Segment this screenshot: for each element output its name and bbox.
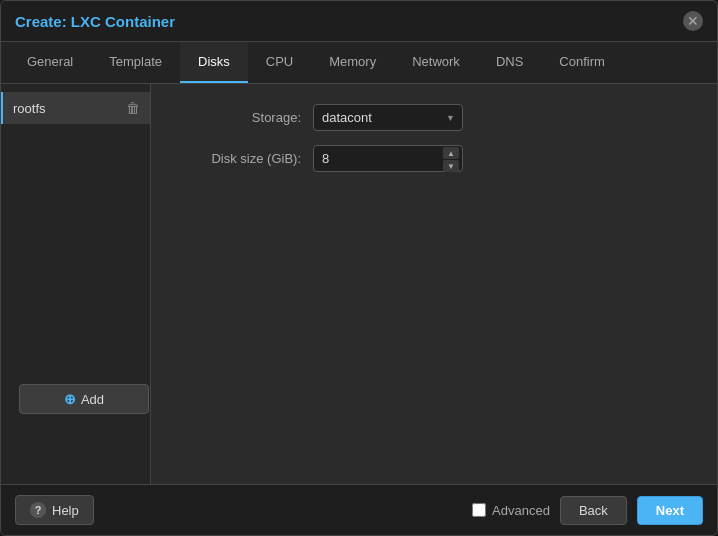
delete-disk-icon[interactable]: 🗑 (126, 100, 140, 116)
advanced-label[interactable]: Advanced (472, 503, 550, 518)
advanced-text: Advanced (492, 503, 550, 518)
help-button[interactable]: ? Help (15, 495, 94, 525)
right-panel: Storage: datacont Disk size (GiB): ▲ ▼ (151, 84, 717, 484)
dialog: Create: LXC Container ✕ General Template… (0, 0, 718, 536)
storage-select-wrapper: datacont (313, 104, 463, 131)
tab-dns[interactable]: DNS (478, 42, 541, 83)
footer-right: Advanced Back Next (472, 496, 703, 525)
tab-network[interactable]: Network (394, 42, 478, 83)
help-icon: ? (30, 502, 46, 518)
storage-label: Storage: (171, 110, 301, 125)
disk-item-label: rootfs (13, 101, 46, 116)
tabs-bar: General Template Disks CPU Memory Networ… (1, 42, 717, 84)
help-label: Help (52, 503, 79, 518)
disk-size-label: Disk size (GiB): (171, 151, 301, 166)
footer: ? Help Advanced Back Next (1, 484, 717, 535)
spin-up-button[interactable]: ▲ (443, 147, 459, 159)
main-content: rootfs 🗑 ⊕ Add Storage: datacont (1, 84, 717, 484)
dialog-title: Create: LXC Container (15, 13, 175, 30)
disk-size-spinners: ▲ ▼ (443, 147, 459, 172)
disk-size-row: Disk size (GiB): ▲ ▼ (171, 145, 697, 172)
tab-confirm[interactable]: Confirm (541, 42, 623, 83)
next-button[interactable]: Next (637, 496, 703, 525)
left-panel: rootfs 🗑 ⊕ Add (1, 84, 151, 484)
tab-cpu[interactable]: CPU (248, 42, 311, 83)
disk-size-input-wrapper: ▲ ▼ (313, 145, 463, 172)
close-button[interactable]: ✕ (683, 11, 703, 31)
add-button-label: Add (81, 392, 104, 407)
tab-template[interactable]: Template (91, 42, 180, 83)
disk-size-input[interactable] (313, 145, 463, 172)
storage-row: Storage: datacont (171, 104, 697, 131)
disk-item-rootfs[interactable]: rootfs 🗑 (1, 92, 150, 124)
storage-select[interactable]: datacont (313, 104, 463, 131)
tab-disks[interactable]: Disks (180, 42, 248, 83)
spin-down-button[interactable]: ▼ (443, 160, 459, 172)
plus-icon: ⊕ (64, 391, 76, 407)
back-button[interactable]: Back (560, 496, 627, 525)
add-disk-button[interactable]: ⊕ Add (19, 384, 149, 414)
tab-memory[interactable]: Memory (311, 42, 394, 83)
advanced-checkbox[interactable] (472, 503, 486, 517)
footer-left: ? Help (15, 495, 94, 525)
title-bar: Create: LXC Container ✕ (1, 1, 717, 42)
tab-general[interactable]: General (9, 42, 91, 83)
